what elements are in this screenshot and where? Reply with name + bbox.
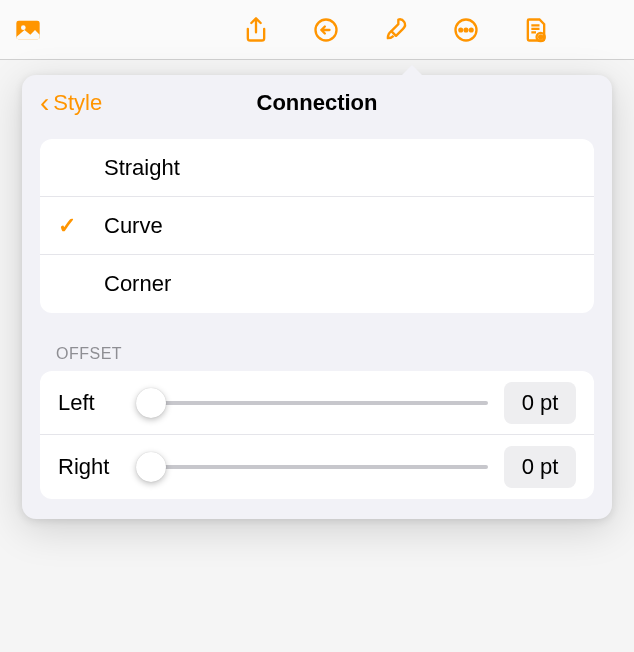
offset-right-row: Right 0 pt bbox=[40, 435, 594, 499]
toolbar bbox=[0, 0, 634, 60]
svg-point-8 bbox=[539, 35, 542, 38]
popover-header: ‹ Style Connection bbox=[22, 75, 612, 131]
connection-type-group: Straight ✓ Curve Corner bbox=[40, 139, 594, 313]
popover-title: Connection bbox=[22, 90, 612, 116]
right-offset-slider[interactable] bbox=[136, 452, 488, 482]
option-label: Corner bbox=[104, 271, 171, 297]
svg-point-1 bbox=[21, 25, 26, 30]
slider-label: Left bbox=[58, 390, 120, 416]
option-curve[interactable]: ✓ Curve bbox=[40, 197, 594, 255]
slider-label: Right bbox=[58, 454, 120, 480]
slider-bar bbox=[136, 401, 488, 405]
back-label: Style bbox=[53, 90, 102, 116]
slider-thumb[interactable] bbox=[136, 388, 166, 418]
document-icon[interactable] bbox=[520, 14, 552, 46]
format-brush-icon[interactable] bbox=[380, 14, 412, 46]
svg-point-6 bbox=[470, 28, 473, 31]
offset-header: OFFSET bbox=[56, 345, 578, 363]
right-offset-value[interactable]: 0 pt bbox=[504, 446, 576, 488]
offset-left-row: Left 0 pt bbox=[40, 371, 594, 435]
share-icon[interactable] bbox=[240, 14, 272, 46]
option-straight[interactable]: Straight bbox=[40, 139, 594, 197]
chevron-left-icon: ‹ bbox=[40, 89, 49, 117]
back-button[interactable]: ‹ Style bbox=[40, 89, 102, 117]
left-offset-value[interactable]: 0 pt bbox=[504, 382, 576, 424]
undo-icon[interactable] bbox=[310, 14, 342, 46]
offset-group: Left 0 pt Right 0 pt bbox=[40, 371, 594, 499]
slider-bar bbox=[136, 465, 488, 469]
check-column: ✓ bbox=[58, 213, 104, 239]
svg-point-5 bbox=[465, 28, 468, 31]
photo-icon[interactable] bbox=[12, 14, 44, 46]
svg-point-4 bbox=[459, 28, 462, 31]
left-offset-slider[interactable] bbox=[136, 388, 488, 418]
option-label: Curve bbox=[104, 213, 163, 239]
more-icon[interactable] bbox=[450, 14, 482, 46]
option-corner[interactable]: Corner bbox=[40, 255, 594, 313]
checkmark-icon: ✓ bbox=[58, 213, 76, 239]
option-label: Straight bbox=[104, 155, 180, 181]
connection-popover: ‹ Style Connection Straight ✓ Curve Corn… bbox=[22, 75, 612, 519]
slider-thumb[interactable] bbox=[136, 452, 166, 482]
